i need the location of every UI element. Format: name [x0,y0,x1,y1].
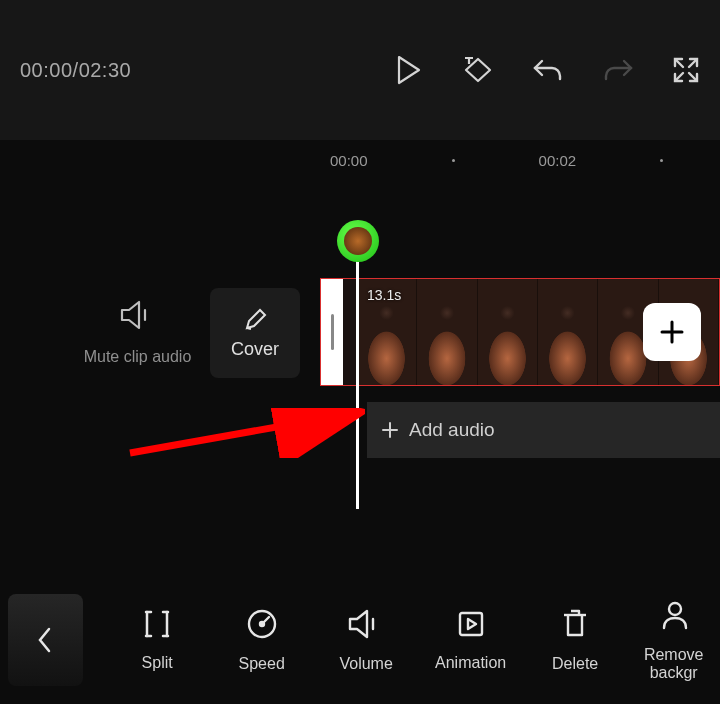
speaker-icon [118,298,158,332]
split-button[interactable]: Split [105,608,209,672]
pencil-icon [242,307,268,333]
remove-background-button[interactable]: Remove backgr [627,598,720,682]
fullscreen-button[interactable] [672,56,700,84]
tool-label: Delete [523,655,627,673]
tool-label: Speed [209,655,313,673]
keyframe-button[interactable] [460,55,494,85]
tool-label: Split [105,654,209,672]
ruler-dot [660,159,663,162]
mute-clip-audio-button[interactable]: Mute clip audio [70,298,205,368]
annotation-arrow [125,408,365,458]
svg-point-3 [669,603,681,615]
playhead-knob[interactable] [337,220,379,262]
cover-button[interactable]: Cover [210,288,300,378]
clip-trim-handle-left[interactable] [321,279,343,385]
bottom-toolbar: Split Speed Volume Animation Delete Remo… [0,576,720,704]
tool-label: Volume [314,655,418,673]
add-clip-button[interactable] [643,303,701,361]
playhead-line[interactable] [356,254,359,509]
undo-button[interactable] [532,57,564,83]
svg-point-1 [260,622,264,626]
redo-button[interactable] [602,57,634,83]
plus-icon [657,317,687,347]
animation-button[interactable]: Animation [418,608,522,672]
play-button[interactable] [396,55,422,85]
add-audio-button[interactable]: Add audio [367,402,720,458]
chevron-left-icon [35,625,55,655]
delete-button[interactable]: Delete [523,607,627,673]
video-clip[interactable]: 13.1s [320,278,720,386]
volume-button[interactable]: Volume [314,607,418,673]
back-button[interactable] [8,594,83,686]
timecode: 00:00/02:30 [20,59,131,82]
svg-rect-2 [460,613,482,635]
current-time: 00:00 [20,59,73,81]
thumbnail [538,279,598,385]
plus-icon [381,421,399,439]
ruler-dot [452,159,455,162]
total-time: 02:30 [79,59,132,81]
speed-icon [245,607,279,641]
ruler-mark: 00:00 [330,152,368,169]
trash-icon [560,607,590,641]
person-icon [657,598,691,632]
thumbnail [417,279,477,385]
mute-label: Mute clip audio [70,346,205,368]
ruler-mark: 00:02 [539,152,577,169]
clip-duration: 13.1s [367,287,401,303]
speed-button[interactable]: Speed [209,607,313,673]
tool-label: Remove backgr [627,646,720,682]
volume-icon [346,607,386,641]
tool-label: Animation [418,654,522,672]
timeline-ruler[interactable]: 00:00 00:02 [0,140,720,180]
top-toolbar: 00:00/02:30 [0,0,720,140]
cover-label: Cover [231,339,279,360]
split-icon [142,608,172,640]
thumbnail [478,279,538,385]
add-audio-label: Add audio [409,419,495,441]
animation-icon [455,608,487,640]
